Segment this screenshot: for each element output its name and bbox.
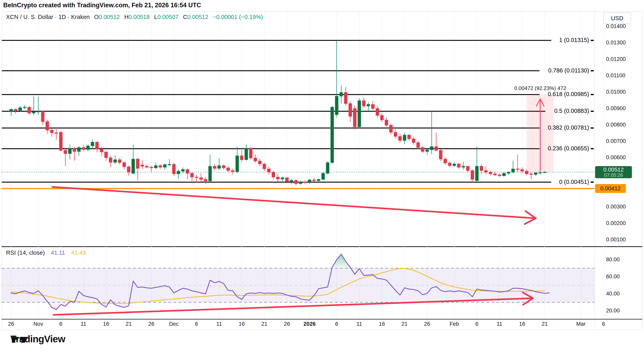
candle-body-down bbox=[231, 170, 234, 172]
candle-body-down bbox=[141, 165, 144, 166]
candle-body-down bbox=[530, 174, 533, 174]
candle-body-down bbox=[222, 166, 225, 168]
close-value: 0.00512 bbox=[187, 14, 208, 20]
high-value: 0.00518 bbox=[128, 14, 150, 20]
candle-body-down bbox=[46, 122, 49, 130]
measurement-annotation: 0.00472 (92.23%) 472 bbox=[498, 85, 583, 92]
alert-price-value: 0.00412 bbox=[600, 185, 620, 192]
fib-label-tick bbox=[591, 40, 594, 41]
fib-label-tick bbox=[591, 127, 594, 128]
tradingview-watermark[interactable]: TradingView bbox=[10, 334, 65, 344]
rsi-overbought-fill bbox=[332, 254, 351, 268]
candle-body-down bbox=[362, 101, 366, 106]
candle-body-up bbox=[218, 166, 221, 168]
candle-body-down bbox=[385, 120, 388, 125]
candle-body-down bbox=[14, 110, 17, 110]
candle-body-down bbox=[28, 107, 31, 113]
candle-body-down bbox=[96, 142, 98, 149]
candle-body-down bbox=[118, 160, 121, 163]
candle-body-up bbox=[430, 146, 433, 150]
candle-body-up bbox=[317, 180, 320, 181]
symbol-name: XCN / U. S. Dollar · 1D · Kraken bbox=[6, 14, 90, 20]
candle-body-up bbox=[18, 108, 22, 110]
candle-body-down bbox=[200, 178, 202, 180]
fib-label-tick bbox=[591, 148, 594, 149]
candle-body-up bbox=[426, 150, 428, 151]
candle-body-up bbox=[154, 166, 157, 168]
candle-body-up bbox=[91, 142, 94, 146]
candle-body-up bbox=[182, 170, 184, 171]
candle-body-up bbox=[114, 160, 117, 162]
candle-body-down bbox=[304, 182, 307, 183]
rsi-legend[interactable]: RSI (14, close) 41.11 41.43 bbox=[6, 250, 86, 256]
open-value: 0.00512 bbox=[99, 14, 120, 20]
candle-body-up bbox=[538, 172, 542, 173]
rsi-title: RSI (14, close) bbox=[6, 250, 45, 256]
last-price-label[interactable]: 0.00512 07:05:26 bbox=[595, 166, 632, 178]
candle-body-down bbox=[286, 178, 288, 182]
candle-body-down bbox=[471, 170, 474, 180]
change-value: −0.00001 (−0.19%) bbox=[213, 14, 263, 20]
candle-body-up bbox=[403, 135, 406, 140]
fib-label-tick bbox=[591, 182, 594, 183]
candle-body-down bbox=[73, 149, 76, 152]
bar-countdown: 07:05:26 bbox=[604, 172, 623, 178]
candle-body-up bbox=[308, 180, 311, 183]
candle-body-up bbox=[10, 110, 13, 112]
candle-body-up bbox=[476, 166, 478, 181]
candle-body-down bbox=[390, 125, 392, 132]
candle-body-down bbox=[272, 172, 275, 177]
candle-body-down bbox=[186, 170, 189, 173]
candle-body-down bbox=[123, 163, 126, 167]
candle-body-down bbox=[448, 163, 451, 166]
candle-body-down bbox=[294, 180, 298, 184]
candle-body-up bbox=[281, 178, 284, 179]
candle-body-up bbox=[326, 163, 329, 173]
candle-body-down bbox=[100, 149, 103, 152]
candle-body-up bbox=[78, 148, 80, 152]
candle-body-up bbox=[322, 173, 324, 180]
candle-body-up bbox=[245, 148, 248, 160]
candle-body-down bbox=[136, 159, 139, 168]
candle-body-up bbox=[68, 149, 72, 154]
candle-body-up bbox=[512, 169, 514, 172]
candle-body-down bbox=[489, 172, 492, 174]
candle-body-down bbox=[444, 159, 447, 163]
candle-body-down bbox=[412, 139, 415, 143]
low-value: 0.00507 bbox=[158, 14, 179, 20]
candle-body-up bbox=[331, 107, 334, 163]
candle-body-down bbox=[159, 166, 162, 167]
candle-body-down bbox=[64, 150, 67, 154]
candle-body-up bbox=[132, 159, 135, 173]
alert-price-label[interactable]: 0.00412 bbox=[595, 184, 626, 193]
candle-body-down bbox=[249, 148, 252, 158]
candle-body-up bbox=[86, 146, 90, 150]
candle-body-up bbox=[23, 107, 26, 108]
chart-canvas[interactable] bbox=[0, 0, 644, 354]
candle-body-up bbox=[340, 92, 343, 96]
currency-toggle-button[interactable]: USD bbox=[603, 12, 631, 24]
downtrend-arrow-head bbox=[525, 218, 536, 224]
candle-body-down bbox=[240, 156, 243, 160]
candle-body-down bbox=[41, 112, 44, 122]
rsi-ma-value: 41.43 bbox=[71, 250, 86, 256]
candle-body-down bbox=[376, 108, 379, 116]
candle-body-down bbox=[312, 180, 316, 181]
candle-body-up bbox=[534, 173, 537, 174]
candle-body-down bbox=[466, 166, 469, 170]
candle-body-down bbox=[353, 108, 356, 127]
candle-body-down bbox=[480, 166, 483, 170]
tradingview-screenshot: BeInCrypto created with TradingView.com,… bbox=[0, 0, 644, 354]
candle-body-down bbox=[439, 150, 442, 159]
candle-body-down bbox=[59, 132, 62, 150]
symbol-legend[interactable]: XCN / U. S. Dollar · 1D · Kraken O0.0051… bbox=[6, 14, 263, 20]
candle-body-down bbox=[50, 130, 53, 133]
candle-body-down bbox=[435, 146, 438, 150]
candle-body-down bbox=[267, 169, 270, 172]
fib-label-tick bbox=[591, 70, 594, 72]
candle-body-down bbox=[398, 136, 402, 140]
candle-body-down bbox=[394, 132, 397, 136]
fib-label-tick bbox=[591, 110, 594, 112]
candle-body-up bbox=[290, 180, 293, 182]
candle-body-up bbox=[163, 165, 166, 167]
